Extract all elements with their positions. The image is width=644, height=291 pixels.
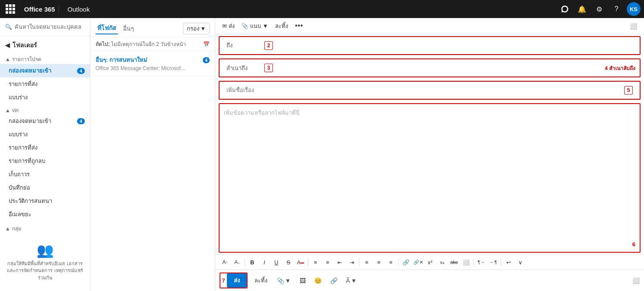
sidebar-item-archive-vin[interactable]: เก็บถาวร — [0, 168, 90, 181]
clear-format-button[interactable]: abc — [449, 257, 460, 268]
insert-table-button[interactable]: ⬜ — [461, 257, 472, 268]
sidebar-item-draft-favorites[interactable]: แบบร่าง — [0, 91, 90, 104]
signature-button[interactable]: Ã ▼ — [344, 276, 359, 286]
sidebar-item-inbox-vin[interactable]: กล่องจดหมายเข้า 4 — [0, 114, 90, 128]
more-icon[interactable]: ••• — [295, 21, 303, 31]
align-left-button[interactable]: ≡ — [361, 257, 372, 268]
undo-button[interactable]: ↩ — [503, 257, 514, 268]
vin-junk-label: อีเมลขยะ — [9, 210, 31, 219]
compose-actions: 7 ส่ง ละทิ้ง 📎 ▼ 🖼 😊 🔗 Ã ▼ ⬜ — [215, 270, 644, 291]
sidebar-item-history-vin[interactable]: ประวัติการสนทนา — [0, 194, 90, 208]
discard-top-button[interactable]: ละทิ้ง — [275, 21, 288, 31]
cc-label: สำเนาถึง — [226, 64, 261, 73]
link2-button[interactable]: 🔗 — [328, 276, 340, 286]
bold-button[interactable]: B — [247, 257, 258, 268]
help-icon[interactable]: ? — [610, 2, 623, 16]
send-top-label: ส่ง — [229, 21, 235, 31]
to-field-wrapper: ถึง 2 — [219, 36, 641, 55]
numbered-list-button[interactable]: ≡ — [322, 257, 333, 268]
sig-chevron: ▼ — [351, 277, 357, 284]
search-label: ค้นหาในจดหมายและบุคคล — [15, 22, 81, 31]
discard-bottom-button[interactable]: ละทิ้ง — [251, 274, 271, 287]
discard-top-label: ละทิ้ง — [275, 21, 288, 31]
compose-body[interactable]: เพิ่มข้อความหรือลากไฟล์มาที่นี่ 6 — [219, 103, 641, 253]
sidebar-item-notes-vin[interactable]: บันทึกย่อ — [0, 181, 90, 194]
subject-field: 5 — [220, 82, 640, 99]
chevron-groups-icon: ▲ — [5, 226, 10, 232]
to-input[interactable] — [276, 39, 633, 52]
bcc-action[interactable]: 4 สำเนาลับถึง — [605, 64, 640, 72]
expand-compose-icon[interactable]: ⬜ — [632, 277, 640, 284]
superscript-button[interactable]: x² — [424, 257, 436, 268]
vin-deleted-label: รายการที่ถูกลบ — [9, 156, 45, 165]
more-format-button[interactable]: ∨ — [515, 257, 526, 268]
attach-bottom-icon: 📎 — [277, 277, 284, 284]
send-button[interactable]: ส่ง — [227, 273, 247, 288]
section-groups[interactable]: ▲ กลุ่ม — [0, 221, 90, 233]
section-favorites[interactable]: ▲ รายการโปรด — [0, 52, 90, 64]
folder-header[interactable]: ◀ โฟลเดอร์ — [0, 36, 90, 52]
calendar-icon[interactable]: 📅 — [203, 41, 210, 47]
font-grow-button[interactable]: A↑ — [220, 257, 231, 268]
skype-icon[interactable] — [558, 2, 572, 16]
tab-focused[interactable]: ที่โฟกัส — [96, 22, 118, 34]
ltr-button[interactable]: ¶→ — [476, 257, 487, 268]
search-icon: 🔍 — [5, 24, 12, 30]
font-shrink-button[interactable]: A↓ — [232, 257, 243, 268]
sidebar-item-inbox-favorites[interactable]: กล่องจดหมายเข้า 4 — [0, 64, 90, 77]
strikethrough-button[interactable]: S — [283, 257, 294, 268]
groups-description: 👥 กลุ่มให้ทีมมีพื้นที่สำหรับอีเมล เอกสาร… — [0, 233, 90, 285]
section-label: รายการโปรด — [12, 55, 41, 63]
indent-right-button[interactable]: ⇥ — [346, 257, 357, 268]
rtl-button[interactable]: ←¶ — [488, 257, 499, 268]
expand-icon[interactable]: ⬜ — [630, 23, 637, 30]
compose-toolbar: ✉ ส่ง 📎 แนบ ▼ ละทิ้ง ••• ⬜ — [215, 18, 644, 34]
filter-button[interactable]: กรอง ▼ — [183, 23, 210, 34]
sidebar-item-deleted-vin[interactable]: รายการที่ถูกลบ — [0, 154, 90, 168]
subscript-button[interactable]: x₂ — [437, 257, 448, 268]
email-preview: Office 365 Message Center; Microsof... — [96, 65, 210, 71]
sidebar-item-junk-vin[interactable]: อีเมลขยะ — [0, 208, 90, 221]
email-subheader: ถัดไป: ไม่มีเหตุการณ์ในอีก 2 วันข้างหน้า… — [90, 37, 215, 51]
tab-other[interactable]: อื่นๆ — [121, 23, 136, 34]
underline-button[interactable]: U — [271, 257, 282, 268]
body-annotation: 6 — [632, 241, 635, 248]
email-sender: อื่นๆ: การสนทนาใหม่ — [96, 55, 147, 64]
image-button[interactable]: 🖼 — [297, 276, 308, 286]
subheader-text: ถัดไป: ไม่มีเหตุการณ์ในอีก 2 วันข้างหน้า — [96, 40, 186, 48]
subject-input[interactable] — [226, 83, 621, 97]
email-list-header: ที่โฟกัส อื่นๆ กรอง ▼ — [90, 18, 215, 37]
send-top-button[interactable]: ✉ ส่ง — [222, 21, 235, 31]
bullet-list-button[interactable]: ≡ — [310, 257, 321, 268]
avatar[interactable]: KS — [627, 2, 641, 16]
section-vin[interactable]: ▲ vin — [0, 104, 90, 114]
to-label: ถึง — [226, 41, 261, 50]
align-right-button[interactable]: ≡ — [385, 257, 396, 268]
align-center-button[interactable]: ≡ — [373, 257, 384, 268]
indent-left-button[interactable]: ⇤ — [334, 257, 345, 268]
waffle-menu[interactable] — [3, 2, 17, 16]
groups-section-label: กลุ่ม — [12, 224, 22, 233]
sidebar-item-sent-favorites[interactable]: รายการที่ส่ง — [0, 77, 90, 91]
insert-link-button[interactable]: 🔗 — [400, 257, 412, 268]
italic-button[interactable]: I — [259, 257, 270, 268]
cc-annotation: 3 — [264, 64, 273, 72]
font-color-button[interactable]: A▬ — [295, 257, 306, 268]
sidebar-item-draft-vin[interactable]: แบบร่าง — [0, 128, 90, 141]
email-list: ที่โฟกัส อื่นๆ กรอง ▼ ถัดไป: ไม่มีเหตุกา… — [90, 18, 215, 291]
cc-input[interactable] — [276, 61, 598, 75]
attach-bottom-chevron: ▼ — [285, 277, 291, 284]
settings-icon[interactable]: ⚙ — [592, 2, 606, 16]
attach-top-button[interactable]: 📎 แนบ ▼ — [242, 21, 268, 31]
topbar: Office 365 Outlook 🔔 ⚙ ? KS — [0, 0, 644, 18]
search-bar[interactable]: 🔍 ค้นหาในจดหมายและบุคคล — [0, 18, 90, 36]
vin-draft-label: แบบร่าง — [9, 130, 28, 139]
vin-inbox-label: กล่องจดหมายเข้า — [9, 116, 51, 126]
notification-icon[interactable]: 🔔 — [575, 2, 589, 16]
email-item[interactable]: อื่นๆ: การสนทนาใหม่ 4 Office 365 Message… — [90, 51, 215, 76]
emoji-button[interactable]: 😊 — [312, 276, 324, 286]
chevron-down-icon-vin: ▲ — [5, 107, 10, 113]
remove-link-button[interactable]: 🔗✕ — [412, 257, 424, 268]
attach-bottom-button[interactable]: 📎 ▼ — [274, 276, 294, 286]
sidebar-item-sent-vin[interactable]: รายการที่ส่ง — [0, 141, 90, 154]
